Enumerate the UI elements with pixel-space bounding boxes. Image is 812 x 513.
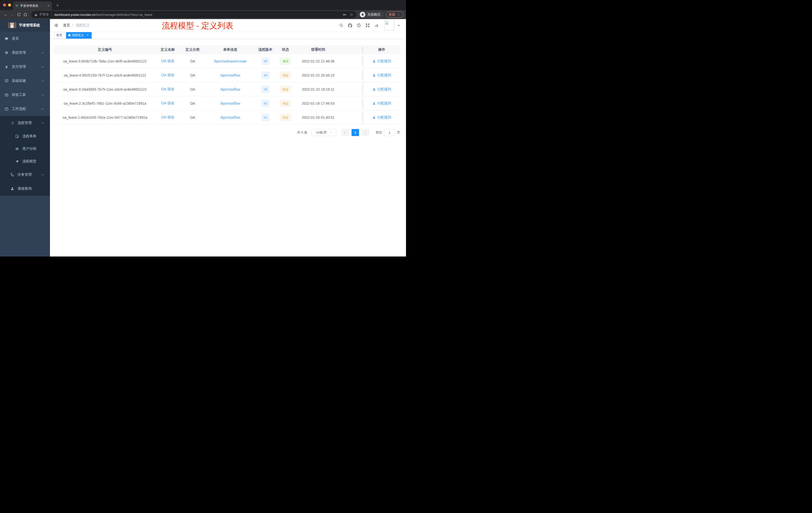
assign-rule-button[interactable]: 分配规则 xyxy=(372,73,391,78)
incognito-badge: 无痕模式 xyxy=(359,11,383,18)
home-icon[interactable] xyxy=(22,11,29,18)
favicon-plant-icon xyxy=(15,4,19,7)
col-header-name: 定义名称 xyxy=(156,48,179,52)
chrome-menu-icon[interactable]: ⋮ xyxy=(397,12,401,17)
search-icon[interactable] xyxy=(339,23,344,28)
sidebar-item-leave-query[interactable]: 请假查询 xyxy=(0,182,50,196)
security-label: 不安全 xyxy=(39,12,49,17)
minimize-window-button[interactable] xyxy=(8,3,11,6)
chevron-down-icon xyxy=(41,173,44,176)
page-size-select[interactable]: 10条/页 xyxy=(311,129,336,136)
definition-name-link[interactable]: OA 请假 xyxy=(161,115,174,119)
cell-id: oa_leave:5:004b710b-7b8a-11ec-8ef0-acde4… xyxy=(54,59,156,63)
status-badge: 挂起 xyxy=(280,86,291,93)
sidebar-item-workflow[interactable]: 工作流程 xyxy=(0,102,50,116)
sidebar-item-process-mgmt[interactable]: 流程管理 xyxy=(0,116,50,130)
list-tree-icon xyxy=(10,121,14,125)
back-icon[interactable]: ← xyxy=(2,11,9,18)
status-badge: 挂起 xyxy=(280,72,291,79)
col-header-status: 状态 xyxy=(277,48,294,52)
cell-deploy-time: 2022-01-16 17:46:53 xyxy=(294,101,342,105)
table-header: 定义编号 定义名称 定义分类 表单信息 流程版本 状态 部署时间 操作 xyxy=(54,45,400,54)
sidebar-item-payment[interactable]: ¥ 支付管理 xyxy=(0,60,50,74)
browser-window: 芋道管理系统 × + ← → 不安全 dashboard.yudao.iocod… xyxy=(0,0,406,256)
close-window-button[interactable] xyxy=(3,3,6,6)
form-link[interactable]: /bpm/oa/flow xyxy=(220,87,240,91)
definition-name-link[interactable]: OA 请假 xyxy=(161,73,174,77)
new-tab-button[interactable]: + xyxy=(54,2,61,9)
user-icon xyxy=(372,59,376,63)
page-annotation: 流程模型 - 定义列表 xyxy=(162,21,233,31)
tag-label: 流程定义 xyxy=(72,33,84,37)
cell-deploy-time: 2022-01-22 21:48:38 xyxy=(294,59,342,63)
form-link[interactable]: /bpm/oa/flow xyxy=(220,116,240,119)
version-tag: v3 xyxy=(261,86,270,93)
cell-category: OA xyxy=(179,73,206,77)
font-size-icon[interactable]: TT xyxy=(374,23,379,28)
definition-name-link[interactable]: OA 请假 xyxy=(161,101,174,105)
goto-page-input[interactable] xyxy=(384,129,395,136)
col-header-version: 流程版本 xyxy=(254,48,277,52)
sidebar-item-infra[interactable]: 基础设施 xyxy=(0,74,50,88)
forward-icon[interactable]: → xyxy=(9,11,16,18)
sidebar-logo[interactable]: 芋道管理系统 xyxy=(0,19,50,32)
form-link[interactable]: /bpm/oa/flow xyxy=(220,73,240,77)
sidebar-item-task-mgmt[interactable]: 任务管理 xyxy=(0,168,50,182)
page-number-current[interactable]: 1 xyxy=(351,129,359,136)
bookmark-star-icon[interactable]: ☆ xyxy=(350,12,353,17)
breadcrumb-home[interactable]: 首页 xyxy=(63,23,70,28)
sidebar-toggle-icon[interactable] xyxy=(54,23,58,28)
fullscreen-icon[interactable] xyxy=(365,23,370,28)
sidebar-item-home[interactable]: 首页 xyxy=(0,32,50,46)
org-tree-icon xyxy=(10,173,14,177)
chevron-down-icon xyxy=(41,51,44,54)
user-group-icon xyxy=(15,147,19,151)
table-row: oa_leave:1:482ec033-762a-11ec-8477-a2380… xyxy=(54,111,400,124)
browser-tab[interactable]: 芋道管理系统 × xyxy=(13,1,52,10)
sidebar-item-user-group[interactable]: 用户分组 xyxy=(0,143,50,155)
sidebar-item-label: 研发工具 xyxy=(12,93,42,97)
definition-name-link[interactable]: OA 请假 xyxy=(161,87,174,91)
chrome-update-button[interactable]: 更新 ⋮ xyxy=(386,11,404,18)
chevron-up-icon xyxy=(41,108,44,111)
url-path: /bpm/manager/definition?key=oa_leave xyxy=(95,13,340,17)
reload-icon[interactable] xyxy=(16,11,22,18)
next-page-button[interactable] xyxy=(361,129,369,136)
sidebar-item-system[interactable]: 系统管理 xyxy=(0,46,50,60)
help-icon[interactable] xyxy=(356,23,361,28)
avatar-caret-down-icon[interactable]: ▾ xyxy=(398,24,400,27)
version-tag: v2 xyxy=(261,100,270,107)
security-warning[interactable]: 不安全 xyxy=(34,12,49,17)
user-icon xyxy=(372,73,376,77)
sidebar: 芋道管理系统 首页 系统管理 ¥ 支付管理 xyxy=(0,19,50,256)
password-key-icon[interactable] xyxy=(343,12,347,17)
yen-icon: ¥ xyxy=(4,65,8,69)
github-icon[interactable] xyxy=(348,23,352,28)
sidebar-item-devtools[interactable]: 研发工具 xyxy=(0,88,50,102)
assign-rule-button[interactable]: 分配规则 xyxy=(372,59,391,63)
assign-rule-button[interactable]: 分配规则 xyxy=(372,87,391,92)
briefcase-icon xyxy=(4,107,8,111)
definition-name-link[interactable]: OA 请假 xyxy=(161,59,174,63)
sidebar-item-label: 流程表单 xyxy=(22,134,44,139)
version-tag: v5 xyxy=(261,58,270,65)
prev-page-button[interactable] xyxy=(342,129,349,136)
logo-avatar xyxy=(8,22,16,28)
assign-rule-button[interactable]: 分配规则 xyxy=(372,115,391,120)
tag-home[interactable]: 首页 xyxy=(54,32,64,39)
form-link[interactable]: /bpm/oa/flow xyxy=(220,101,240,105)
sidebar-item-process-form[interactable]: 流程表单 xyxy=(0,130,50,143)
tag-process-definition[interactable]: 流程定义 × xyxy=(66,32,92,39)
table-row: oa_leave:3:1fad3d93-7b75-11ec-a3c8-acde4… xyxy=(54,82,400,96)
tab-close-icon[interactable]: × xyxy=(47,4,50,8)
status-badge: 挂起 xyxy=(280,114,291,121)
sidebar-item-process-model[interactable]: 流程模型 xyxy=(0,155,50,168)
page-size-value: 10条/页 xyxy=(316,130,327,135)
avatar[interactable] xyxy=(384,20,394,30)
address-bar[interactable]: 不安全 dashboard.yudao.iocoder.cn/bpm/manag… xyxy=(31,11,356,18)
sidebar-item-label: 支付管理 xyxy=(12,64,42,69)
tag-close-icon[interactable]: × xyxy=(86,34,89,37)
form-link[interactable]: /bpm/oa/leave/create xyxy=(214,59,247,63)
assign-rule-button[interactable]: 分配规则 xyxy=(372,101,391,105)
warning-triangle-icon xyxy=(34,13,38,16)
